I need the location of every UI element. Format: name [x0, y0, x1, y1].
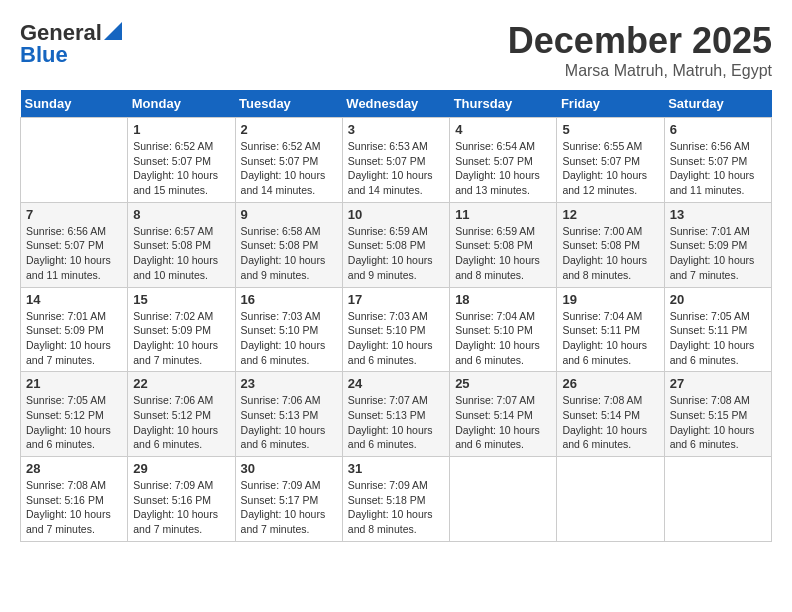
day-number: 22	[133, 376, 229, 391]
cell-info: Sunrise: 6:59 AM Sunset: 5:08 PM Dayligh…	[348, 224, 444, 283]
day-number: 30	[241, 461, 337, 476]
cell-info: Sunrise: 6:59 AM Sunset: 5:08 PM Dayligh…	[455, 224, 551, 283]
logo-icon	[104, 22, 122, 40]
calendar-week-row: 1Sunrise: 6:52 AM Sunset: 5:07 PM Daylig…	[21, 118, 772, 203]
cell-info: Sunrise: 7:07 AM Sunset: 5:14 PM Dayligh…	[455, 393, 551, 452]
cell-info: Sunrise: 7:01 AM Sunset: 5:09 PM Dayligh…	[670, 224, 766, 283]
day-number: 1	[133, 122, 229, 137]
location: Marsa Matruh, Matruh, Egypt	[508, 62, 772, 80]
calendar-header-row: SundayMondayTuesdayWednesdayThursdayFrid…	[21, 90, 772, 118]
cell-info: Sunrise: 7:05 AM Sunset: 5:11 PM Dayligh…	[670, 309, 766, 368]
cell-info: Sunrise: 7:04 AM Sunset: 5:11 PM Dayligh…	[562, 309, 658, 368]
day-number: 21	[26, 376, 122, 391]
calendar-cell: 12Sunrise: 7:00 AM Sunset: 5:08 PM Dayli…	[557, 202, 664, 287]
header-saturday: Saturday	[664, 90, 771, 118]
calendar-cell: 1Sunrise: 6:52 AM Sunset: 5:07 PM Daylig…	[128, 118, 235, 203]
calendar-table: SundayMondayTuesdayWednesdayThursdayFrid…	[20, 90, 772, 542]
calendar-cell: 6Sunrise: 6:56 AM Sunset: 5:07 PM Daylig…	[664, 118, 771, 203]
cell-info: Sunrise: 7:06 AM Sunset: 5:12 PM Dayligh…	[133, 393, 229, 452]
calendar-cell: 22Sunrise: 7:06 AM Sunset: 5:12 PM Dayli…	[128, 372, 235, 457]
cell-info: Sunrise: 7:05 AM Sunset: 5:12 PM Dayligh…	[26, 393, 122, 452]
day-number: 24	[348, 376, 444, 391]
calendar-cell: 3Sunrise: 6:53 AM Sunset: 5:07 PM Daylig…	[342, 118, 449, 203]
calendar-week-row: 28Sunrise: 7:08 AM Sunset: 5:16 PM Dayli…	[21, 457, 772, 542]
calendar-cell: 25Sunrise: 7:07 AM Sunset: 5:14 PM Dayli…	[450, 372, 557, 457]
calendar-cell: 18Sunrise: 7:04 AM Sunset: 5:10 PM Dayli…	[450, 287, 557, 372]
calendar-cell	[21, 118, 128, 203]
calendar-cell: 28Sunrise: 7:08 AM Sunset: 5:16 PM Dayli…	[21, 457, 128, 542]
calendar-cell: 31Sunrise: 7:09 AM Sunset: 5:18 PM Dayli…	[342, 457, 449, 542]
day-number: 3	[348, 122, 444, 137]
cell-info: Sunrise: 6:56 AM Sunset: 5:07 PM Dayligh…	[26, 224, 122, 283]
day-number: 8	[133, 207, 229, 222]
cell-info: Sunrise: 6:56 AM Sunset: 5:07 PM Dayligh…	[670, 139, 766, 198]
calendar-cell: 2Sunrise: 6:52 AM Sunset: 5:07 PM Daylig…	[235, 118, 342, 203]
day-number: 7	[26, 207, 122, 222]
header-tuesday: Tuesday	[235, 90, 342, 118]
day-number: 17	[348, 292, 444, 307]
month-title: December 2025	[508, 20, 772, 62]
cell-info: Sunrise: 6:52 AM Sunset: 5:07 PM Dayligh…	[133, 139, 229, 198]
cell-info: Sunrise: 6:54 AM Sunset: 5:07 PM Dayligh…	[455, 139, 551, 198]
day-number: 23	[241, 376, 337, 391]
cell-info: Sunrise: 7:09 AM Sunset: 5:18 PM Dayligh…	[348, 478, 444, 537]
day-number: 25	[455, 376, 551, 391]
calendar-cell: 30Sunrise: 7:09 AM Sunset: 5:17 PM Dayli…	[235, 457, 342, 542]
day-number: 28	[26, 461, 122, 476]
calendar-cell: 29Sunrise: 7:09 AM Sunset: 5:16 PM Dayli…	[128, 457, 235, 542]
calendar-cell: 17Sunrise: 7:03 AM Sunset: 5:10 PM Dayli…	[342, 287, 449, 372]
day-number: 29	[133, 461, 229, 476]
day-number: 27	[670, 376, 766, 391]
calendar-cell: 26Sunrise: 7:08 AM Sunset: 5:14 PM Dayli…	[557, 372, 664, 457]
cell-info: Sunrise: 7:08 AM Sunset: 5:14 PM Dayligh…	[562, 393, 658, 452]
day-number: 6	[670, 122, 766, 137]
cell-info: Sunrise: 7:09 AM Sunset: 5:16 PM Dayligh…	[133, 478, 229, 537]
calendar-cell: 14Sunrise: 7:01 AM Sunset: 5:09 PM Dayli…	[21, 287, 128, 372]
day-number: 11	[455, 207, 551, 222]
cell-info: Sunrise: 7:02 AM Sunset: 5:09 PM Dayligh…	[133, 309, 229, 368]
logo-blue: Blue	[20, 42, 68, 68]
calendar-cell: 15Sunrise: 7:02 AM Sunset: 5:09 PM Dayli…	[128, 287, 235, 372]
calendar-cell: 16Sunrise: 7:03 AM Sunset: 5:10 PM Dayli…	[235, 287, 342, 372]
cell-info: Sunrise: 7:08 AM Sunset: 5:16 PM Dayligh…	[26, 478, 122, 537]
day-number: 15	[133, 292, 229, 307]
cell-info: Sunrise: 7:09 AM Sunset: 5:17 PM Dayligh…	[241, 478, 337, 537]
day-number: 16	[241, 292, 337, 307]
calendar-cell: 11Sunrise: 6:59 AM Sunset: 5:08 PM Dayli…	[450, 202, 557, 287]
cell-info: Sunrise: 7:06 AM Sunset: 5:13 PM Dayligh…	[241, 393, 337, 452]
svg-marker-0	[104, 22, 122, 40]
cell-info: Sunrise: 6:57 AM Sunset: 5:08 PM Dayligh…	[133, 224, 229, 283]
cell-info: Sunrise: 7:03 AM Sunset: 5:10 PM Dayligh…	[348, 309, 444, 368]
calendar-cell	[557, 457, 664, 542]
header-friday: Friday	[557, 90, 664, 118]
day-number: 12	[562, 207, 658, 222]
cell-info: Sunrise: 7:01 AM Sunset: 5:09 PM Dayligh…	[26, 309, 122, 368]
day-number: 31	[348, 461, 444, 476]
day-number: 10	[348, 207, 444, 222]
calendar-cell: 8Sunrise: 6:57 AM Sunset: 5:08 PM Daylig…	[128, 202, 235, 287]
day-number: 13	[670, 207, 766, 222]
header-thursday: Thursday	[450, 90, 557, 118]
cell-info: Sunrise: 7:04 AM Sunset: 5:10 PM Dayligh…	[455, 309, 551, 368]
cell-info: Sunrise: 6:58 AM Sunset: 5:08 PM Dayligh…	[241, 224, 337, 283]
calendar-cell: 13Sunrise: 7:01 AM Sunset: 5:09 PM Dayli…	[664, 202, 771, 287]
calendar-cell: 24Sunrise: 7:07 AM Sunset: 5:13 PM Dayli…	[342, 372, 449, 457]
day-number: 5	[562, 122, 658, 137]
cell-info: Sunrise: 6:55 AM Sunset: 5:07 PM Dayligh…	[562, 139, 658, 198]
day-number: 4	[455, 122, 551, 137]
calendar-cell: 7Sunrise: 6:56 AM Sunset: 5:07 PM Daylig…	[21, 202, 128, 287]
page-header: General Blue December 2025 Marsa Matruh,…	[20, 20, 772, 80]
title-area: December 2025 Marsa Matruh, Matruh, Egyp…	[508, 20, 772, 80]
calendar-cell: 9Sunrise: 6:58 AM Sunset: 5:08 PM Daylig…	[235, 202, 342, 287]
header-wednesday: Wednesday	[342, 90, 449, 118]
cell-info: Sunrise: 7:03 AM Sunset: 5:10 PM Dayligh…	[241, 309, 337, 368]
calendar-cell: 21Sunrise: 7:05 AM Sunset: 5:12 PM Dayli…	[21, 372, 128, 457]
calendar-week-row: 21Sunrise: 7:05 AM Sunset: 5:12 PM Dayli…	[21, 372, 772, 457]
header-monday: Monday	[128, 90, 235, 118]
day-number: 14	[26, 292, 122, 307]
calendar-cell: 27Sunrise: 7:08 AM Sunset: 5:15 PM Dayli…	[664, 372, 771, 457]
calendar-week-row: 14Sunrise: 7:01 AM Sunset: 5:09 PM Dayli…	[21, 287, 772, 372]
day-number: 18	[455, 292, 551, 307]
calendar-cell: 23Sunrise: 7:06 AM Sunset: 5:13 PM Dayli…	[235, 372, 342, 457]
day-number: 26	[562, 376, 658, 391]
